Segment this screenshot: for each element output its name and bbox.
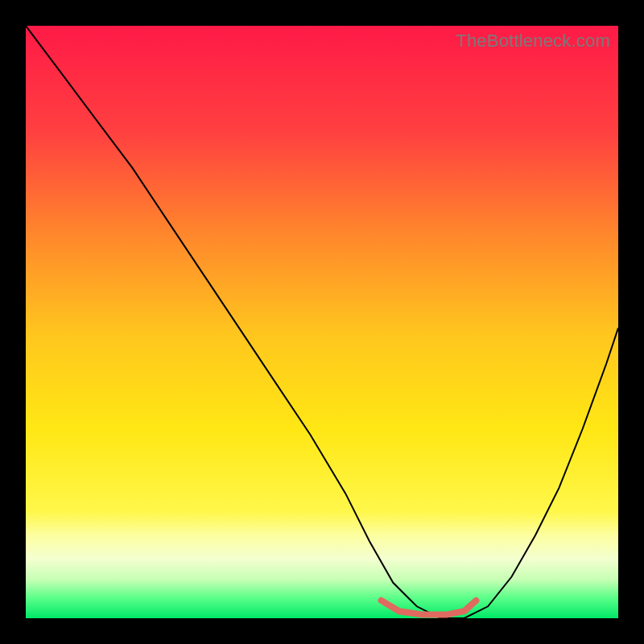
chart-background xyxy=(26,26,618,618)
chart-frame: TheBottleneck.com xyxy=(26,26,618,618)
chart-plot xyxy=(26,26,618,618)
watermark-text: TheBottleneck.com xyxy=(456,31,610,52)
